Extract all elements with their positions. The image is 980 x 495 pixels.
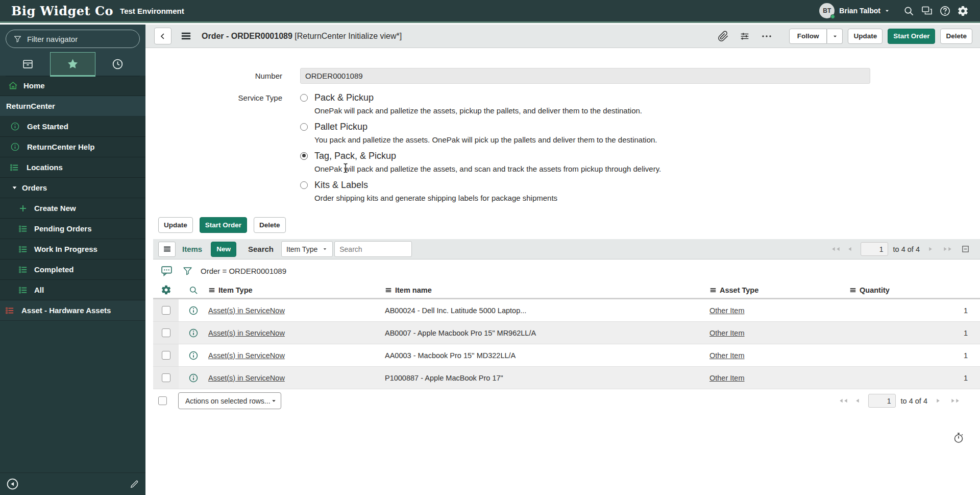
radio-pack-pickup[interactable] <box>300 94 308 102</box>
user-name[interactable]: Brian Talbot <box>839 7 880 15</box>
asset-type-link[interactable]: Other Item <box>709 351 745 360</box>
list-gear-icon[interactable] <box>161 285 172 295</box>
filter-funnel-icon[interactable] <box>182 266 193 276</box>
column-header-quantity[interactable]: Quantity <box>849 286 980 294</box>
number-field[interactable] <box>300 68 870 84</box>
last-page-icon[interactable] <box>946 246 953 252</box>
column-header-asset-type[interactable]: Asset Type <box>709 286 849 294</box>
asset-type-link[interactable]: Other Item <box>709 307 745 315</box>
box-icon <box>21 58 34 70</box>
sidebar-item-get-started[interactable]: Get Started <box>0 116 145 137</box>
update-button-header[interactable]: Update <box>848 29 883 44</box>
delete-button-header[interactable]: Delete <box>940 29 972 44</box>
search-icon[interactable] <box>903 5 915 17</box>
list-context-menu-icon[interactable] <box>158 242 176 257</box>
chat-icon[interactable] <box>921 5 933 17</box>
sidebar-item-orders[interactable]: Orders <box>0 178 145 198</box>
first-page-icon[interactable] <box>843 397 849 404</box>
follow-caret-button[interactable] <box>827 29 843 44</box>
edit-favorites-icon[interactable] <box>129 479 139 489</box>
first-page-icon[interactable] <box>835 246 842 252</box>
actions-select[interactable]: Actions on selected rows... <box>178 392 281 409</box>
item-type-link[interactable]: Asset(s) in ServiceNow <box>208 351 285 360</box>
item-type-link[interactable]: Asset(s) in ServiceNow <box>208 307 285 315</box>
sidebar-item-all[interactable]: All <box>0 280 145 300</box>
collapse-list-icon[interactable] <box>961 245 970 253</box>
list-search-input[interactable] <box>334 241 412 257</box>
follow-button[interactable]: Follow <box>789 29 827 44</box>
row-info-icon[interactable] <box>188 305 199 316</box>
radio-pallet-pickup[interactable] <box>300 123 308 131</box>
tab-all-applications[interactable] <box>6 52 50 76</box>
prev-page-icon[interactable] <box>847 246 853 252</box>
filter-navigator-input[interactable] <box>27 35 129 43</box>
gear-icon[interactable] <box>957 5 969 17</box>
next-page-icon[interactable] <box>935 397 941 404</box>
sidebar-item-pending-orders[interactable]: Pending Orders <box>0 219 145 239</box>
form-context-menu-icon[interactable] <box>180 30 192 42</box>
column-menu-icon <box>709 287 717 294</box>
more-options-icon[interactable] <box>761 30 773 42</box>
response-time-icon[interactable] <box>952 432 965 444</box>
row-checkbox[interactable] <box>162 328 170 337</box>
sidebar-item-completed[interactable]: Completed <box>0 260 145 280</box>
radio-kits-labels[interactable] <box>300 181 308 189</box>
asset-type-link[interactable]: Other Item <box>709 329 745 337</box>
option-description: OnePak will pack and palletize the asset… <box>314 164 661 174</box>
item-type-link[interactable]: Asset(s) in ServiceNow <box>208 329 285 337</box>
breadcrumb[interactable]: Order = ORDER0001089 <box>201 267 286 275</box>
column-search-icon[interactable] <box>188 285 199 295</box>
tab-favorites[interactable] <box>50 52 95 76</box>
sidebar-item-locations[interactable]: Locations <box>0 157 145 178</box>
row-info-icon[interactable] <box>188 350 199 361</box>
row-info-icon[interactable] <box>188 328 199 338</box>
filter-navigator[interactable] <box>6 30 140 48</box>
sidebar-app-returncenter[interactable]: ReturnCenter <box>0 96 145 116</box>
row-info-icon[interactable] <box>188 373 199 383</box>
sidebar-item-create-new[interactable]: Create New <box>0 198 145 219</box>
item-name-cell: AA0003 - Macbook Pro 15'' MD322LL/A <box>385 351 709 360</box>
help-icon[interactable] <box>939 5 951 17</box>
attachment-icon[interactable] <box>718 31 729 42</box>
search-field-select[interactable]: Item Type <box>281 241 333 257</box>
service-type-options: Pack & Pickup OnePak will pack and palle… <box>300 92 661 208</box>
row-checkbox[interactable] <box>162 306 170 315</box>
option-description: OnePak will pack and palletize the asset… <box>314 106 661 115</box>
row-checkbox[interactable] <box>162 351 170 360</box>
item-type-link[interactable]: Asset(s) in ServiceNow <box>208 374 285 382</box>
page-input[interactable] <box>861 242 888 256</box>
update-button[interactable]: Update <box>158 217 193 233</box>
column-menu-icon <box>208 287 215 294</box>
delete-button[interactable]: Delete <box>254 217 286 233</box>
tab-history[interactable] <box>95 52 140 76</box>
avatar[interactable]: BT <box>819 3 835 18</box>
next-page-icon[interactable] <box>927 246 934 252</box>
page-input[interactable] <box>868 394 896 408</box>
sidebar-item-returncenter-help[interactable]: ReturnCenter Help <box>0 137 145 157</box>
form-actions: Update Start Order Delete <box>158 217 980 233</box>
item-name-cell: P1000887 - Apple MacBook Pro 17" <box>385 374 709 382</box>
radio-tag-pack-pickup[interactable] <box>300 152 308 160</box>
chevron-left-icon <box>158 32 167 41</box>
brand-logo[interactable]: Big Widget Co <box>11 4 113 18</box>
new-button[interactable]: New <box>211 242 236 257</box>
list-comments-icon[interactable] <box>160 265 173 277</box>
user-menu-caret-icon[interactable] <box>884 8 890 14</box>
back-button[interactable] <box>154 28 172 44</box>
sidebar-item-home[interactable]: Home <box>0 76 145 96</box>
sidebar-item-work-in-progress[interactable]: Work In Progress <box>0 239 145 260</box>
top-bar: Big Widget Co Test Environment BT Brian … <box>0 0 980 23</box>
start-order-button[interactable]: Start Order <box>200 217 247 233</box>
column-header-item-name[interactable]: Item name <box>385 286 709 294</box>
column-header-item-type[interactable]: Item Type <box>208 286 385 294</box>
select-all-checkbox[interactable] <box>158 396 167 405</box>
collapse-sidebar-icon[interactable] <box>6 478 19 490</box>
asset-type-link[interactable]: Other Item <box>709 374 745 382</box>
sidebar-item-asset-hardware[interactable]: Asset - Hardware Assets <box>0 300 145 321</box>
row-checkbox[interactable] <box>162 373 170 382</box>
prev-page-icon[interactable] <box>854 397 861 404</box>
last-page-icon[interactable] <box>954 397 961 404</box>
table-row: Asset(s) in ServiceNow AB0007 - Apple Ma… <box>153 322 980 344</box>
personalize-form-icon[interactable] <box>739 31 750 42</box>
start-order-button-header[interactable]: Start Order <box>888 29 935 44</box>
